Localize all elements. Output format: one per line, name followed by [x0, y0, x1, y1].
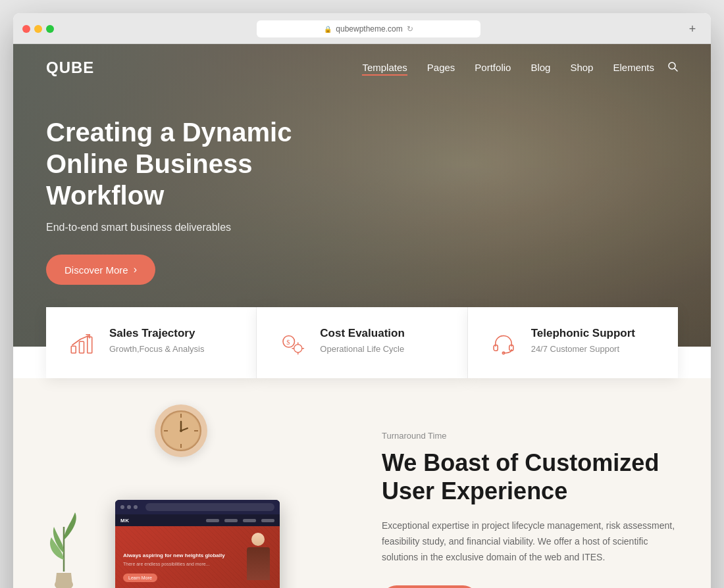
headset-icon — [490, 329, 517, 356]
discover-more-button[interactable]: Discover More › — [46, 255, 155, 285]
minimize-button[interactable] — [34, 25, 42, 33]
content-left: MK — [46, 424, 342, 588]
arrow-icon: › — [134, 264, 137, 276]
svg-rect-2 — [71, 346, 76, 353]
site-logo[interactable]: QUBE — [46, 59, 94, 77]
mock-hero-caption: Always aspiring for new heights globally — [123, 552, 234, 559]
hero-section: QUBE Templates Pages Portfolio Blog — [13, 44, 711, 347]
browser-window: 🔒 qubewptheme.com ↻ + QUBE Templates Pag… — [13, 13, 711, 588]
support-title: Telephonic Support — [531, 327, 635, 340]
content-right: Turnaround Time We Boast of Customized U… — [382, 424, 678, 588]
feature-card-cost: $ Cost Evaluation Operational Life Cycle — [257, 307, 467, 378]
address-bar[interactable]: 🔒 qubewptheme.com ↻ — [257, 20, 480, 37]
svg-rect-4 — [88, 337, 92, 353]
sales-subtitle: Growth,Focus & Analysis — [109, 344, 205, 354]
feature-card-sales: Sales Trajectory Growth,Focus & Analysis — [46, 307, 257, 378]
svg-text:$: $ — [287, 339, 290, 346]
address-bar-wrapper: 🔒 qubewptheme.com ↻ — [61, 20, 677, 37]
sales-icon-wrap — [66, 327, 97, 358]
svg-point-23 — [180, 429, 182, 432]
feature-card-support: Telephonic Support 24/7 Customer Support — [468, 307, 678, 378]
features-strip: Sales Trajectory Growth,Focus & Analysis… — [13, 307, 711, 378]
reload-icon: ↻ — [407, 24, 413, 34]
nav-links: Templates Pages Portfolio Blog Shop — [362, 62, 654, 74]
cost-title: Cost Evaluation — [320, 327, 404, 340]
learn-more-button[interactable]: Learn More › — [382, 585, 478, 588]
window-controls — [22, 25, 54, 33]
nav-link-portfolio[interactable]: Portfolio — [475, 62, 511, 73]
nav-item-blog[interactable]: Blog — [530, 62, 550, 74]
sales-feature-text: Sales Trajectory Growth,Focus & Analysis — [109, 327, 205, 354]
hero-content: Creating a Dynamic Online Business Workf… — [46, 116, 323, 285]
nav-link-elements[interactable]: Elements — [613, 62, 654, 73]
navbar: QUBE Templates Pages Portfolio Blog — [13, 44, 711, 91]
svg-point-7 — [294, 345, 302, 353]
svg-line-1 — [675, 68, 677, 71]
new-tab-button[interactable]: + — [683, 20, 702, 38]
section-label: Turnaround Time — [382, 431, 678, 441]
mock-hero-sub: There are endless possibilities and more… — [123, 562, 234, 566]
nav-item-pages[interactable]: Pages — [427, 62, 455, 74]
cost-subtitle: Operational Life Cycle — [320, 344, 404, 354]
mock-screenshot: MK — [76, 487, 240, 588]
clock-icon — [160, 410, 202, 452]
search-icon[interactable] — [667, 61, 678, 74]
support-icon-wrap — [488, 327, 519, 358]
browser-chrome: 🔒 qubewptheme.com ↻ + — [13, 13, 711, 44]
sales-title: Sales Trajectory — [109, 327, 205, 340]
nav-link-blog[interactable]: Blog — [530, 62, 550, 73]
url-text: qubewptheme.com — [336, 24, 402, 34]
lock-icon: 🔒 — [324, 26, 332, 33]
clock-decoration — [155, 404, 207, 457]
coins-gear-icon: $ — [278, 329, 306, 356]
nav-item-shop[interactable]: Shop — [570, 62, 593, 74]
nav-link-templates[interactable]: Templates — [362, 62, 407, 76]
hero-subtitle: End-to-end smart business deliverables — [46, 222, 323, 233]
cost-feature-text: Cost Evaluation Operational Life Cycle — [320, 327, 404, 354]
cost-icon-wrap: $ — [276, 327, 308, 358]
website-content: QUBE Templates Pages Portfolio Blog — [13, 44, 711, 588]
content-section: MK — [13, 378, 711, 588]
nav-item-portfolio[interactable]: Portfolio — [475, 62, 511, 74]
maximize-button[interactable] — [46, 25, 54, 33]
close-button[interactable] — [22, 25, 30, 33]
nav-link-pages[interactable]: Pages — [427, 62, 455, 73]
svg-rect-3 — [80, 341, 84, 353]
support-feature-text: Telephonic Support 24/7 Customer Support — [531, 327, 635, 354]
nav-link-shop[interactable]: Shop — [570, 62, 593, 73]
chart-up-icon — [68, 329, 95, 356]
nav-item-elements[interactable]: Elements — [613, 62, 654, 74]
nav-item-templates[interactable]: Templates — [362, 62, 407, 74]
section-title: We Boast of Customized User Experience — [382, 449, 678, 505]
section-body: Exceptional expertise in project lifecyc… — [382, 518, 678, 565]
hero-title: Creating a Dynamic Online Business Workf… — [46, 116, 323, 211]
support-subtitle: 24/7 Customer Support — [531, 344, 635, 354]
